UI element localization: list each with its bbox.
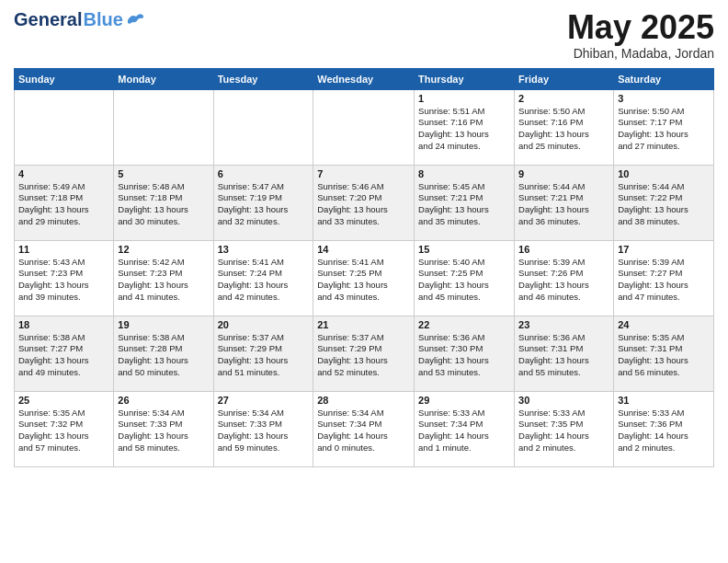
day-number: 17	[618, 244, 710, 255]
calendar-cell: 18Sunrise: 5:38 AM Sunset: 7:27 PM Dayli…	[15, 316, 114, 391]
title-block: May 2025 Dhiban, Madaba, Jordan	[567, 9, 714, 61]
day-number: 5	[118, 168, 209, 179]
logo-bird-icon	[126, 12, 146, 29]
day-number: 28	[317, 395, 410, 406]
day-number: 12	[118, 244, 209, 255]
day-number: 10	[618, 168, 710, 179]
calendar-cell: 15Sunrise: 5:40 AM Sunset: 7:25 PM Dayli…	[415, 240, 515, 316]
day-number: 26	[118, 395, 209, 406]
day-number: 16	[518, 244, 609, 255]
calendar-cell: 4Sunrise: 5:49 AM Sunset: 7:18 PM Daylig…	[15, 165, 114, 240]
day-number: 20	[218, 319, 310, 330]
calendar-cell: 9Sunrise: 5:44 AM Sunset: 7:21 PM Daylig…	[515, 165, 614, 240]
day-info: Sunrise: 5:38 AM Sunset: 7:27 PM Dayligh…	[18, 332, 109, 379]
day-number: 25	[18, 395, 109, 406]
calendar-cell: 23Sunrise: 5:36 AM Sunset: 7:31 PM Dayli…	[515, 316, 614, 391]
day-number: 2	[518, 93, 609, 104]
day-info: Sunrise: 5:34 AM Sunset: 7:33 PM Dayligh…	[218, 408, 310, 454]
calendar-cell: 21Sunrise: 5:37 AM Sunset: 7:29 PM Dayli…	[313, 316, 415, 391]
day-info: Sunrise: 5:39 AM Sunset: 7:26 PM Dayligh…	[518, 257, 609, 304]
calendar-week-5: 25Sunrise: 5:35 AM Sunset: 7:32 PM Dayli…	[15, 391, 714, 466]
logo: General Blue	[14, 9, 146, 30]
day-info: Sunrise: 5:37 AM Sunset: 7:29 PM Dayligh…	[317, 332, 410, 379]
calendar-header-row: SundayMondayTuesdayWednesdayThursdayFrid…	[15, 68, 714, 89]
day-info: Sunrise: 5:42 AM Sunset: 7:23 PM Dayligh…	[118, 257, 209, 304]
calendar-week-2: 4Sunrise: 5:49 AM Sunset: 7:18 PM Daylig…	[15, 165, 714, 240]
day-info: Sunrise: 5:45 AM Sunset: 7:21 PM Dayligh…	[418, 181, 510, 228]
calendar-cell: 13Sunrise: 5:41 AM Sunset: 7:24 PM Dayli…	[213, 240, 313, 316]
calendar-cell: 16Sunrise: 5:39 AM Sunset: 7:26 PM Dayli…	[515, 240, 614, 316]
calendar-cell: 25Sunrise: 5:35 AM Sunset: 7:32 PM Dayli…	[15, 391, 114, 466]
calendar-cell: 29Sunrise: 5:33 AM Sunset: 7:34 PM Dayli…	[415, 391, 515, 466]
day-number: 29	[418, 395, 510, 406]
calendar-cell: 27Sunrise: 5:34 AM Sunset: 7:33 PM Dayli…	[213, 391, 313, 466]
day-number: 30	[518, 395, 609, 406]
calendar-week-3: 11Sunrise: 5:43 AM Sunset: 7:23 PM Dayli…	[15, 240, 714, 316]
day-number: 1	[418, 93, 510, 104]
day-info: Sunrise: 5:49 AM Sunset: 7:18 PM Dayligh…	[18, 181, 109, 228]
calendar-header-saturday: Saturday	[614, 68, 714, 89]
day-number: 9	[518, 168, 609, 179]
calendar-cell: 5Sunrise: 5:48 AM Sunset: 7:18 PM Daylig…	[114, 165, 213, 240]
calendar-week-4: 18Sunrise: 5:38 AM Sunset: 7:27 PM Dayli…	[15, 316, 714, 391]
day-number: 21	[317, 319, 410, 330]
calendar-cell: 3Sunrise: 5:50 AM Sunset: 7:17 PM Daylig…	[614, 89, 714, 165]
day-info: Sunrise: 5:36 AM Sunset: 7:31 PM Dayligh…	[518, 332, 609, 379]
location: Dhiban, Madaba, Jordan	[567, 46, 714, 61]
day-info: Sunrise: 5:39 AM Sunset: 7:27 PM Dayligh…	[618, 257, 710, 304]
day-number: 24	[618, 319, 710, 330]
page-header: General Blue May 2025 Dhiban, Madaba, Jo…	[14, 9, 714, 61]
day-number: 7	[317, 168, 410, 179]
day-info: Sunrise: 5:50 AM Sunset: 7:17 PM Dayligh…	[618, 106, 710, 153]
day-info: Sunrise: 5:41 AM Sunset: 7:25 PM Dayligh…	[317, 257, 410, 304]
day-number: 15	[418, 244, 510, 255]
calendar-header-monday: Monday	[114, 68, 213, 89]
calendar-cell: 2Sunrise: 5:50 AM Sunset: 7:16 PM Daylig…	[515, 89, 614, 165]
calendar-cell	[15, 89, 114, 165]
calendar-table: SundayMondayTuesdayWednesdayThursdayFrid…	[14, 68, 714, 467]
calendar-cell: 19Sunrise: 5:38 AM Sunset: 7:28 PM Dayli…	[114, 316, 213, 391]
calendar-cell: 20Sunrise: 5:37 AM Sunset: 7:29 PM Dayli…	[213, 316, 313, 391]
day-info: Sunrise: 5:34 AM Sunset: 7:33 PM Dayligh…	[118, 408, 209, 454]
calendar-header-thursday: Thursday	[415, 68, 515, 89]
day-number: 11	[18, 244, 109, 255]
calendar-cell: 22Sunrise: 5:36 AM Sunset: 7:30 PM Dayli…	[415, 316, 515, 391]
day-info: Sunrise: 5:44 AM Sunset: 7:22 PM Dayligh…	[618, 181, 710, 228]
calendar-cell: 10Sunrise: 5:44 AM Sunset: 7:22 PM Dayli…	[614, 165, 714, 240]
calendar-cell: 8Sunrise: 5:45 AM Sunset: 7:21 PM Daylig…	[415, 165, 515, 240]
day-info: Sunrise: 5:33 AM Sunset: 7:35 PM Dayligh…	[518, 408, 609, 454]
day-info: Sunrise: 5:47 AM Sunset: 7:19 PM Dayligh…	[218, 181, 310, 228]
day-info: Sunrise: 5:40 AM Sunset: 7:25 PM Dayligh…	[418, 257, 510, 304]
day-info: Sunrise: 5:50 AM Sunset: 7:16 PM Dayligh…	[518, 106, 609, 153]
calendar-cell: 11Sunrise: 5:43 AM Sunset: 7:23 PM Dayli…	[15, 240, 114, 316]
day-info: Sunrise: 5:34 AM Sunset: 7:34 PM Dayligh…	[317, 408, 410, 454]
calendar-header-tuesday: Tuesday	[213, 68, 313, 89]
day-number: 14	[317, 244, 410, 255]
calendar-header-sunday: Sunday	[15, 68, 114, 89]
calendar-cell: 7Sunrise: 5:46 AM Sunset: 7:20 PM Daylig…	[313, 165, 415, 240]
calendar-cell: 31Sunrise: 5:33 AM Sunset: 7:36 PM Dayli…	[614, 391, 714, 466]
calendar-week-1: 1Sunrise: 5:51 AM Sunset: 7:16 PM Daylig…	[15, 89, 714, 165]
calendar-cell	[114, 89, 213, 165]
day-number: 22	[418, 319, 510, 330]
day-number: 31	[618, 395, 710, 406]
day-number: 8	[418, 168, 510, 179]
logo-general: General	[14, 9, 82, 30]
day-info: Sunrise: 5:43 AM Sunset: 7:23 PM Dayligh…	[18, 257, 109, 304]
calendar-cell: 6Sunrise: 5:47 AM Sunset: 7:19 PM Daylig…	[213, 165, 313, 240]
day-info: Sunrise: 5:51 AM Sunset: 7:16 PM Dayligh…	[418, 106, 510, 153]
day-number: 13	[218, 244, 310, 255]
day-info: Sunrise: 5:38 AM Sunset: 7:28 PM Dayligh…	[118, 332, 209, 379]
calendar-cell: 1Sunrise: 5:51 AM Sunset: 7:16 PM Daylig…	[415, 89, 515, 165]
calendar-cell: 28Sunrise: 5:34 AM Sunset: 7:34 PM Dayli…	[313, 391, 415, 466]
calendar-cell: 17Sunrise: 5:39 AM Sunset: 7:27 PM Dayli…	[614, 240, 714, 316]
day-info: Sunrise: 5:36 AM Sunset: 7:30 PM Dayligh…	[418, 332, 510, 379]
day-info: Sunrise: 5:44 AM Sunset: 7:21 PM Dayligh…	[518, 181, 609, 228]
month-title: May 2025	[567, 9, 714, 46]
calendar-cell	[213, 89, 313, 165]
calendar-cell: 14Sunrise: 5:41 AM Sunset: 7:25 PM Dayli…	[313, 240, 415, 316]
calendar-header-wednesday: Wednesday	[313, 68, 415, 89]
day-info: Sunrise: 5:35 AM Sunset: 7:31 PM Dayligh…	[618, 332, 710, 379]
day-number: 18	[18, 319, 109, 330]
logo-blue: Blue	[83, 9, 122, 30]
